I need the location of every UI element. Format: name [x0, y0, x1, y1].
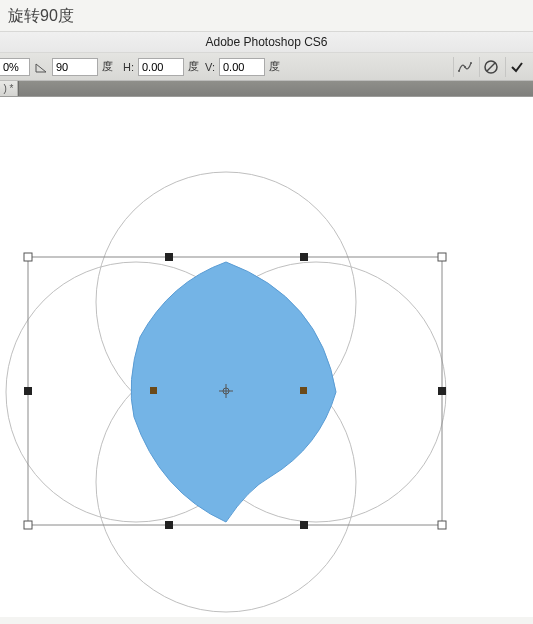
transform-handle-n2[interactable] [300, 253, 308, 261]
v-skew-input[interactable] [219, 58, 265, 76]
v-skew-label: V: [205, 61, 215, 73]
transform-handle-ne[interactable] [438, 253, 446, 261]
transform-handle-s1[interactable] [165, 521, 173, 529]
transform-handle-se[interactable] [438, 521, 446, 529]
cancel-transform-button[interactable] [479, 57, 501, 77]
page-title: 旋转90度 [0, 0, 533, 31]
app-frame: Adobe Photoshop CS6 度 H: 度 V: 度 [0, 31, 533, 617]
commit-transform-button[interactable] [505, 57, 527, 77]
warp-icon [457, 60, 473, 74]
transform-ref-left[interactable] [150, 387, 157, 394]
transform-handle-n1[interactable] [165, 253, 173, 261]
h-unit-label: 度 [188, 59, 199, 74]
angle-icon [34, 60, 48, 74]
rotation-angle-input[interactable] [52, 58, 98, 76]
svg-point-2 [464, 66, 466, 68]
v-unit-label: 度 [269, 59, 280, 74]
svg-line-4 [487, 63, 495, 71]
canvas-content [0, 97, 533, 617]
document-tabs: ) * 提交 [0, 81, 533, 97]
transform-handle-e[interactable] [438, 387, 446, 395]
tab-stub[interactable]: ) * [0, 81, 18, 96]
transform-handle-s2[interactable] [300, 521, 308, 529]
options-bar: 度 H: 度 V: 度 [0, 53, 533, 81]
angle-unit-label: 度 [102, 59, 113, 74]
app-titlebar: Adobe Photoshop CS6 [0, 31, 533, 53]
warp-mode-button[interactable] [453, 57, 475, 77]
svg-point-1 [470, 62, 472, 64]
cancel-icon [483, 59, 499, 75]
transform-ref-right[interactable] [300, 387, 307, 394]
transform-handle-nw[interactable] [24, 253, 32, 261]
transform-handle-sw[interactable] [24, 521, 32, 529]
transform-handle-w[interactable] [24, 387, 32, 395]
check-icon [509, 59, 525, 75]
svg-point-0 [458, 70, 460, 72]
h-skew-input[interactable] [138, 58, 184, 76]
tabs-empty-area [18, 81, 533, 96]
canvas[interactable] [0, 97, 533, 617]
h-skew-label: H: [123, 61, 134, 73]
scale-input[interactable] [0, 58, 30, 76]
